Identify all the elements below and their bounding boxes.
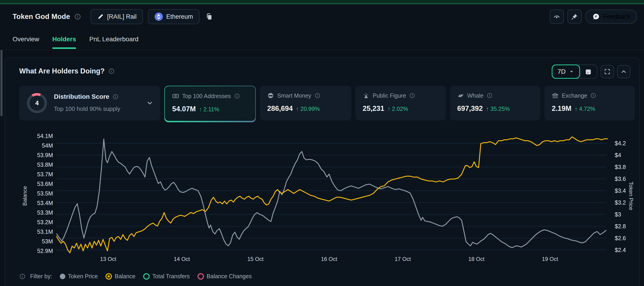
token-god-mode-page: Token God Mode [RAIL] Rail Ethereum <box>0 0 644 286</box>
exchange-card[interactable]: Exchange 2.19M ↑ 4.72% <box>544 86 635 120</box>
date-range-control: 7D <box>552 64 598 79</box>
copy-address-icon[interactable] <box>205 13 213 20</box>
card-title: Whale <box>467 92 484 99</box>
legend-balance[interactable]: Balance <box>106 273 135 280</box>
public-figure-icon <box>363 92 370 99</box>
legend-total-transfers[interactable]: Total Transfers <box>143 273 190 280</box>
info-icon[interactable] <box>74 13 81 20</box>
balance-swatch <box>106 273 112 280</box>
smart-money-icon <box>267 92 274 99</box>
balance-changes-swatch <box>198 273 204 280</box>
top-100-addresses-card[interactable]: Top 100 Addresses 54.07M ↑ 2.11% <box>164 86 256 122</box>
feedback-button[interactable]: Feedback <box>585 9 637 24</box>
ethereum-icon <box>154 12 163 21</box>
card-change: ↑ 20.99% <box>296 106 320 112</box>
calendar-button[interactable] <box>580 65 597 78</box>
card-title: Public Figure <box>373 92 406 99</box>
banknote-icon <box>172 93 179 99</box>
tab-pnl-leaderboard[interactable]: PnL Leaderboard <box>89 29 138 49</box>
token-select-button[interactable]: [RAIL] Rail <box>91 9 143 24</box>
score-subtitle: Top 100 hold 90% supply <box>54 105 120 112</box>
card-value: 286,694 <box>267 104 293 113</box>
card-title: Exchange <box>562 92 587 99</box>
tab-overview[interactable]: Overview <box>12 29 39 49</box>
token-price-swatch <box>60 274 65 279</box>
feedback-label: Feedback <box>603 13 630 20</box>
filter-by-label: Filter by: <box>30 273 52 280</box>
chart-filter-legend: Filter by: Token Price Balance Total Tra… <box>19 273 252 280</box>
fullscreen-button[interactable] <box>600 65 614 78</box>
distribution-score-card[interactable]: 4 Distribution Score Top 100 hold 90% su… <box>19 86 160 120</box>
tab-holders[interactable]: Holders <box>52 29 76 49</box>
collapse-button[interactable] <box>617 65 630 78</box>
pin-button[interactable] <box>568 9 582 24</box>
header-bar: Token God Mode [RAIL] Rail Ethereum <box>0 4 644 29</box>
card-title: Smart Money <box>277 92 311 99</box>
chain-select-button[interactable]: Ethereum <box>148 9 199 24</box>
card-value: 697,392 <box>457 104 483 113</box>
score-gauge: 4 <box>27 93 47 113</box>
card-value: 25,231 <box>363 104 384 113</box>
holders-activity-panel: What Are Holders Doing? 7D <box>4 57 640 286</box>
card-change: ↑ 4.72% <box>574 106 595 112</box>
total-transfers-swatch <box>143 273 150 280</box>
info-icon[interactable] <box>112 94 118 100</box>
chain-name: Ethereum <box>166 13 193 20</box>
range-value: 7D <box>558 68 566 75</box>
watchlist-eye-button[interactable] <box>550 9 564 24</box>
legend-balance-changes[interactable]: Balance Changes <box>198 273 252 280</box>
info-icon[interactable] <box>108 68 115 74</box>
card-change: ↑ 2.11% <box>199 106 219 113</box>
info-icon[interactable] <box>314 93 320 98</box>
card-change: ↑ 2.02% <box>388 106 408 112</box>
card-title: Distribution Score <box>54 93 110 100</box>
pencil-icon <box>97 13 104 20</box>
info-icon[interactable] <box>409 93 415 98</box>
top-accent-strip <box>0 0 644 4</box>
card-value: 54.07M <box>172 105 196 113</box>
legend-token-price[interactable]: Token Price <box>60 273 98 280</box>
page-title: Token God Mode <box>12 12 70 21</box>
card-change: ↑ 35.25% <box>486 106 510 112</box>
caret-down-icon <box>569 69 574 74</box>
whale-card[interactable]: Whale 697,392 ↑ 35.25% <box>450 86 540 120</box>
info-icon[interactable] <box>234 93 240 99</box>
tab-bar: Overview Holders PnL Leaderboard <box>0 29 644 50</box>
score-value: 4 <box>30 96 44 111</box>
chat-bubble-icon <box>592 13 600 20</box>
bank-icon <box>552 92 558 99</box>
panel-title: What Are Holders Doing? <box>19 67 104 75</box>
card-value: 2.19M <box>552 104 572 113</box>
range-dropdown[interactable]: 7D <box>552 64 580 79</box>
info-icon[interactable] <box>487 93 492 98</box>
info-icon <box>19 273 26 280</box>
whale-icon <box>457 92 464 99</box>
info-icon[interactable] <box>590 93 596 98</box>
smart-money-card[interactable]: Smart Money 286,694 ↑ 20.99% <box>260 86 351 120</box>
token-name: [RAIL] Rail <box>107 13 136 20</box>
card-title: Top 100 Addresses <box>182 93 231 99</box>
chevron-down-icon[interactable] <box>146 99 154 107</box>
public-figure-card[interactable]: Public Figure 25,231 ↑ 2.02% <box>355 86 446 120</box>
